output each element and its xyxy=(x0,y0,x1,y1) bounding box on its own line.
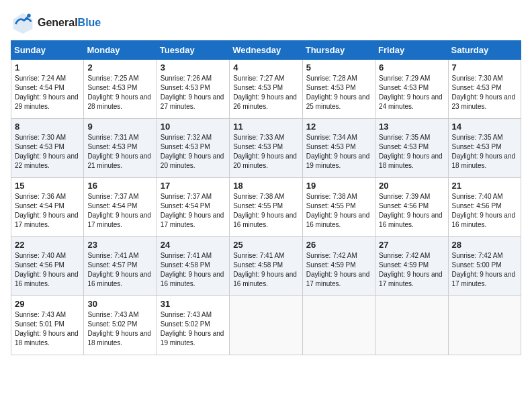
day-number: 16 xyxy=(87,181,152,191)
calendar-cell: 8 Sunrise: 7:30 AMSunset: 4:53 PMDayligh… xyxy=(11,119,84,178)
calendar-cell: 3 Sunrise: 7:26 AMSunset: 4:53 PMDayligh… xyxy=(157,60,229,119)
calendar-cell: 6 Sunrise: 7:29 AMSunset: 4:53 PMDayligh… xyxy=(375,60,448,119)
day-info: Sunrise: 7:41 AMSunset: 4:57 PMDaylight:… xyxy=(87,252,151,287)
day-info: Sunrise: 7:43 AMSunset: 5:02 PMDaylight:… xyxy=(87,311,151,347)
day-number: 4 xyxy=(233,62,298,73)
day-info: Sunrise: 7:30 AMSunset: 4:53 PMDaylight:… xyxy=(452,75,516,110)
day-info: Sunrise: 7:37 AMSunset: 4:54 PMDaylight:… xyxy=(87,193,151,228)
calendar-cell: 2 Sunrise: 7:25 AMSunset: 4:53 PMDayligh… xyxy=(84,60,157,119)
day-info: Sunrise: 7:25 AMSunset: 4:53 PMDaylight:… xyxy=(87,75,151,110)
page-header: GeneralBlue xyxy=(11,11,521,35)
calendar-cell: 1 Sunrise: 7:24 AMSunset: 4:54 PMDayligh… xyxy=(11,60,84,119)
day-info: Sunrise: 7:30 AMSunset: 4:53 PMDaylight:… xyxy=(15,134,79,169)
day-info: Sunrise: 7:31 AMSunset: 4:53 PMDaylight:… xyxy=(87,134,151,169)
day-number: 1 xyxy=(15,62,80,73)
day-number: 20 xyxy=(379,181,444,191)
day-info: Sunrise: 7:24 AMSunset: 4:54 PMDaylight:… xyxy=(15,75,79,110)
day-number: 2 xyxy=(87,62,152,73)
calendar-cell: 25 Sunrise: 7:41 AMSunset: 4:58 PMDaylig… xyxy=(230,237,302,296)
calendar-cell: 23 Sunrise: 7:41 AMSunset: 4:57 PMDaylig… xyxy=(84,237,157,296)
calendar-cell xyxy=(375,296,448,355)
day-info: Sunrise: 7:29 AMSunset: 4:53 PMDaylight:… xyxy=(379,75,443,110)
day-info: Sunrise: 7:38 AMSunset: 4:55 PMDaylight:… xyxy=(233,193,297,228)
weekday-header-row: SundayMondayTuesdayWednesdayThursdayFrid… xyxy=(11,41,521,60)
calendar-cell: 9 Sunrise: 7:31 AMSunset: 4:53 PMDayligh… xyxy=(84,119,157,178)
calendar-table: SundayMondayTuesdayWednesdayThursdayFrid… xyxy=(11,40,521,355)
day-info: Sunrise: 7:41 AMSunset: 4:58 PMDaylight:… xyxy=(233,252,297,287)
day-number: 12 xyxy=(306,122,371,132)
day-info: Sunrise: 7:33 AMSunset: 4:53 PMDaylight:… xyxy=(233,134,297,169)
calendar-cell: 28 Sunrise: 7:42 AMSunset: 5:00 PMDaylig… xyxy=(448,237,521,296)
day-number: 14 xyxy=(452,122,517,132)
calendar-cell: 15 Sunrise: 7:36 AMSunset: 4:54 PMDaylig… xyxy=(11,178,84,237)
calendar-cell: 12 Sunrise: 7:34 AMSunset: 4:53 PMDaylig… xyxy=(302,119,375,178)
calendar-cell xyxy=(448,296,521,355)
week-row-4: 22 Sunrise: 7:40 AMSunset: 4:56 PMDaylig… xyxy=(11,237,521,296)
day-number: 5 xyxy=(306,62,371,73)
logo-text: GeneralBlue xyxy=(38,17,101,29)
day-info: Sunrise: 7:26 AMSunset: 4:53 PMDaylight:… xyxy=(161,75,224,110)
day-info: Sunrise: 7:32 AMSunset: 4:53 PMDaylight:… xyxy=(161,134,224,169)
calendar-cell: 20 Sunrise: 7:39 AMSunset: 4:56 PMDaylig… xyxy=(375,178,448,237)
day-info: Sunrise: 7:40 AMSunset: 4:56 PMDaylight:… xyxy=(15,252,79,287)
week-row-2: 8 Sunrise: 7:30 AMSunset: 4:53 PMDayligh… xyxy=(11,119,521,178)
day-number: 11 xyxy=(233,122,298,132)
day-info: Sunrise: 7:42 AMSunset: 4:59 PMDaylight:… xyxy=(306,252,370,287)
calendar-cell: 19 Sunrise: 7:38 AMSunset: 4:55 PMDaylig… xyxy=(302,178,375,237)
day-number: 9 xyxy=(87,122,152,132)
weekday-header-friday: Friday xyxy=(375,41,448,60)
calendar-cell: 30 Sunrise: 7:43 AMSunset: 5:02 PMDaylig… xyxy=(84,296,157,355)
calendar-cell: 22 Sunrise: 7:40 AMSunset: 4:56 PMDaylig… xyxy=(11,237,84,296)
day-info: Sunrise: 7:42 AMSunset: 4:59 PMDaylight:… xyxy=(379,252,443,287)
week-row-3: 15 Sunrise: 7:36 AMSunset: 4:54 PMDaylig… xyxy=(11,178,521,237)
weekday-header-saturday: Saturday xyxy=(448,41,521,60)
calendar-cell: 24 Sunrise: 7:41 AMSunset: 4:58 PMDaylig… xyxy=(157,237,229,296)
calendar-cell: 11 Sunrise: 7:33 AMSunset: 4:53 PMDaylig… xyxy=(230,119,302,178)
week-row-1: 1 Sunrise: 7:24 AMSunset: 4:54 PMDayligh… xyxy=(11,60,521,119)
day-info: Sunrise: 7:28 AMSunset: 4:53 PMDaylight:… xyxy=(306,75,370,110)
day-number: 8 xyxy=(15,122,80,132)
day-number: 6 xyxy=(379,62,444,73)
calendar-cell: 13 Sunrise: 7:35 AMSunset: 4:53 PMDaylig… xyxy=(375,119,448,178)
svg-point-1 xyxy=(27,14,30,17)
day-number: 15 xyxy=(15,181,80,191)
day-info: Sunrise: 7:39 AMSunset: 4:56 PMDaylight:… xyxy=(379,193,443,228)
day-info: Sunrise: 7:41 AMSunset: 4:58 PMDaylight:… xyxy=(161,252,224,287)
calendar-cell: 7 Sunrise: 7:30 AMSunset: 4:53 PMDayligh… xyxy=(448,60,521,119)
calendar-cell: 18 Sunrise: 7:38 AMSunset: 4:55 PMDaylig… xyxy=(230,178,302,237)
day-number: 3 xyxy=(161,62,226,73)
day-number: 29 xyxy=(15,299,80,309)
day-info: Sunrise: 7:34 AMSunset: 4:53 PMDaylight:… xyxy=(306,134,370,169)
day-number: 13 xyxy=(379,122,444,132)
weekday-header-monday: Monday xyxy=(84,41,157,60)
day-info: Sunrise: 7:35 AMSunset: 4:53 PMDaylight:… xyxy=(452,134,516,169)
calendar-cell: 27 Sunrise: 7:42 AMSunset: 4:59 PMDaylig… xyxy=(375,237,448,296)
logo: GeneralBlue xyxy=(11,11,101,35)
calendar-cell: 14 Sunrise: 7:35 AMSunset: 4:53 PMDaylig… xyxy=(448,119,521,178)
weekday-header-wednesday: Wednesday xyxy=(230,41,302,60)
calendar-cell: 10 Sunrise: 7:32 AMSunset: 4:53 PMDaylig… xyxy=(157,119,229,178)
calendar-cell: 29 Sunrise: 7:43 AMSunset: 5:01 PMDaylig… xyxy=(11,296,84,355)
day-number: 31 xyxy=(161,299,226,309)
calendar-cell: 16 Sunrise: 7:37 AMSunset: 4:54 PMDaylig… xyxy=(84,178,157,237)
day-info: Sunrise: 7:36 AMSunset: 4:54 PMDaylight:… xyxy=(15,193,79,228)
calendar-cell: 17 Sunrise: 7:37 AMSunset: 4:54 PMDaylig… xyxy=(157,178,229,237)
day-number: 10 xyxy=(161,122,226,132)
calendar-cell: 26 Sunrise: 7:42 AMSunset: 4:59 PMDaylig… xyxy=(302,237,375,296)
calendar-cell xyxy=(302,296,375,355)
day-number: 25 xyxy=(233,240,298,250)
calendar-cell: 21 Sunrise: 7:40 AMSunset: 4:56 PMDaylig… xyxy=(448,178,521,237)
day-number: 18 xyxy=(233,181,298,191)
week-row-5: 29 Sunrise: 7:43 AMSunset: 5:01 PMDaylig… xyxy=(11,296,521,355)
day-info: Sunrise: 7:40 AMSunset: 4:56 PMDaylight:… xyxy=(452,193,516,228)
day-info: Sunrise: 7:38 AMSunset: 4:55 PMDaylight:… xyxy=(306,193,370,228)
day-number: 28 xyxy=(452,240,517,250)
day-info: Sunrise: 7:43 AMSunset: 5:02 PMDaylight:… xyxy=(161,311,224,347)
day-number: 21 xyxy=(452,181,517,191)
day-info: Sunrise: 7:37 AMSunset: 4:54 PMDaylight:… xyxy=(161,193,224,228)
day-number: 19 xyxy=(306,181,371,191)
day-number: 26 xyxy=(306,240,371,250)
day-number: 23 xyxy=(87,240,152,250)
day-info: Sunrise: 7:43 AMSunset: 5:01 PMDaylight:… xyxy=(15,311,79,347)
weekday-header-thursday: Thursday xyxy=(302,41,375,60)
